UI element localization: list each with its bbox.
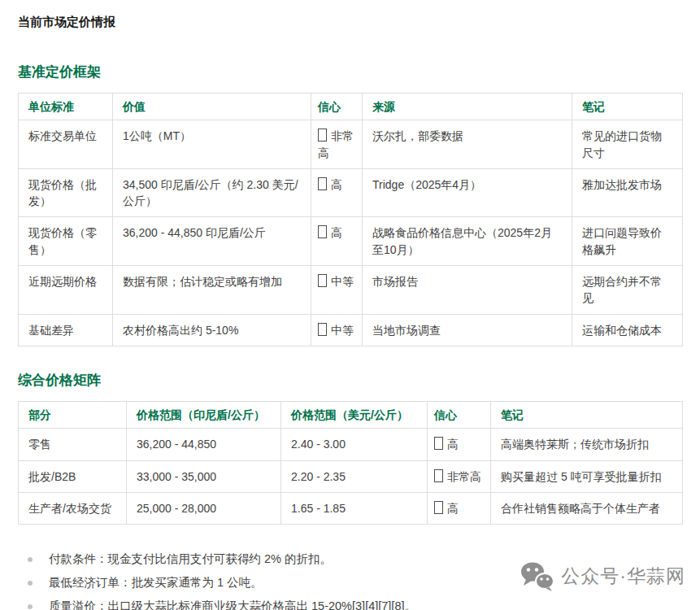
value-cell: 34,500 印尼盾/公斤（约 2.30 美元/公斤） [113,168,311,217]
benchmark-pricing-table: 单位标准 价值 信心 来源 笔记 标准交易单位 1公吨（MT） 非常高 沃尔扎，… [18,93,683,346]
segment-cell: 批发/B2B [19,460,127,492]
unit-cell: 近期远期价格 [19,266,113,315]
document-body: 当前市场定价情报 基准定价框架 单位标准 价值 信心 来源 笔记 标准交易单位 … [0,0,700,610]
table-header-row: 单位标准 价值 信心 来源 笔记 [19,94,683,120]
confidence-label: 高 [331,178,342,191]
value-cell: 1公吨（MT） [113,120,311,169]
source-cell: 当地市场调查 [363,314,572,346]
missing-emoji-glyph [318,225,327,238]
range-idr-cell: 25,000 - 28,000 [127,492,281,524]
unit-cell: 基础差异 [19,314,113,346]
confidence-label: 高 [331,226,342,239]
notes-cell: 购买量超过 5 吨可享受批量折扣 [491,460,683,492]
notes-cell: 常见的进口货物尺寸 [572,120,683,169]
col-header-confidence: 信心 [311,94,363,120]
table-row: 批发/B2B 33,000 - 35,000 2.20 - 2.35 非常高 购… [19,460,683,492]
source-cell: 市场报告 [363,266,572,315]
col-header-notes: 笔记 [572,94,683,120]
table-header-row: 部分 价格范围（印尼盾/公斤） 价格范围（美元/公斤） 信心 笔记 [19,401,683,428]
section-heading-benchmark: 基准定价框架 [18,63,682,81]
notes-cell: 运输和仓储成本 [572,314,683,346]
table-row: 现货价格（零售） 36,200 - 44,850 印尼盾/公斤 高 战略食品价格… [19,217,683,266]
confidence-cell: 高 [311,168,363,217]
missing-emoji-glyph [434,501,443,514]
price-matrix-table: 部分 价格范围（印尼盾/公斤） 价格范围（美元/公斤） 信心 笔记 零售 36,… [18,401,683,525]
col-header-segment: 部分 [19,401,127,428]
wechat-account-label: 公众号·华蒜网 [561,564,685,589]
confidence-label: 非常高 [447,470,481,483]
table-row: 标准交易单位 1公吨（MT） 非常高 沃尔扎，部委数据 常见的进口货物尺寸 [19,120,683,169]
confidence-cell: 高 [428,429,491,460]
value-cell: 数据有限；估计稳定或略有增加 [113,266,311,315]
confidence-cell: 中等 [311,314,363,346]
segment-cell: 零售 [19,429,127,460]
notes-cell: 合作社销售额略高于个体生产者 [491,492,683,524]
unit-cell: 标准交易单位 [19,120,113,169]
col-header-unit: 单位标准 [19,94,113,120]
missing-emoji-glyph [434,469,443,482]
table-row: 现货价格（批发） 34,500 印尼盾/公斤（约 2.30 美元/公斤） 高 T… [19,168,683,217]
range-usd-cell: 2.20 - 2.35 [281,460,428,492]
range-idr-cell: 33,000 - 35,000 [127,460,281,492]
segment-cell: 生产者/农场交货 [19,492,127,524]
notes-cell: 远期合约并不常见 [572,266,683,315]
source-cell: 沃尔扎，部委数据 [363,120,572,169]
confidence-cell: 中等 [311,266,363,315]
value-cell: 36,200 - 44,850 印尼盾/公斤 [113,217,311,266]
wechat-icon [520,561,554,591]
range-idr-cell: 36,200 - 44,850 [127,429,281,460]
col-header-value: 价值 [113,94,311,120]
source-cell: 战略食品价格信息中心（2025年2月至10月） [363,217,572,266]
unit-cell: 现货价格（零售） [19,217,113,266]
confidence-cell: 高 [428,492,491,524]
confidence-cell: 非常高 [428,460,491,492]
page-title: 当前市场定价情报 [18,8,682,30]
list-item: 质量溢价：出口级大蒜比标准商业级大蒜价格高出 15-20%[3][4][7][8… [26,598,682,610]
source-cell: Tridge（2025年4月） [363,168,572,217]
table-row: 基础差异 农村价格高出约 5-10% 中等 当地市场调查 运输和仓储成本 [19,314,683,346]
wechat-account-watermark: 公众号·华蒜网 [520,561,685,591]
missing-emoji-glyph [318,129,327,142]
confidence-label: 中等 [331,324,354,337]
value-cell: 农村价格高出约 5-10% [113,314,311,346]
missing-emoji-glyph [318,177,327,190]
section-heading-price-matrix: 综合价格矩阵 [18,371,682,390]
confidence-cell: 非常高 [311,120,363,169]
confidence-label: 中等 [331,275,354,288]
notes-cell: 高端奥特莱斯；传统市场折扣 [491,429,683,460]
confidence-label: 高 [447,502,459,515]
col-header-range-usd: 价格范围（美元/公斤） [281,401,428,428]
table-row: 生产者/农场交货 25,000 - 28,000 1.65 - 1.85 高 合… [19,492,683,524]
range-usd-cell: 2.40 - 3.00 [281,429,428,460]
missing-emoji-glyph [318,323,327,336]
col-header-notes: 笔记 [491,401,683,428]
unit-cell: 现货价格（批发） [19,168,113,217]
notes-cell: 雅加达批发市场 [572,168,683,217]
confidence-label: 高 [447,438,459,451]
table-row: 近期远期价格 数据有限；估计稳定或略有增加 中等 市场报告 远期合约并不常见 [19,266,683,315]
col-header-source: 来源 [363,94,572,120]
col-header-confidence: 信心 [428,401,491,428]
table-row: 零售 36,200 - 44,850 2.40 - 3.00 高 高端奥特莱斯；… [19,429,683,460]
missing-emoji-glyph [434,437,443,450]
range-usd-cell: 1.65 - 1.85 [281,492,428,524]
col-header-range-idr: 价格范围（印尼盾/公斤） [127,401,281,428]
missing-emoji-glyph [318,274,327,287]
notes-cell: 进口问题导致价格飙升 [572,217,683,266]
confidence-cell: 高 [311,217,363,266]
